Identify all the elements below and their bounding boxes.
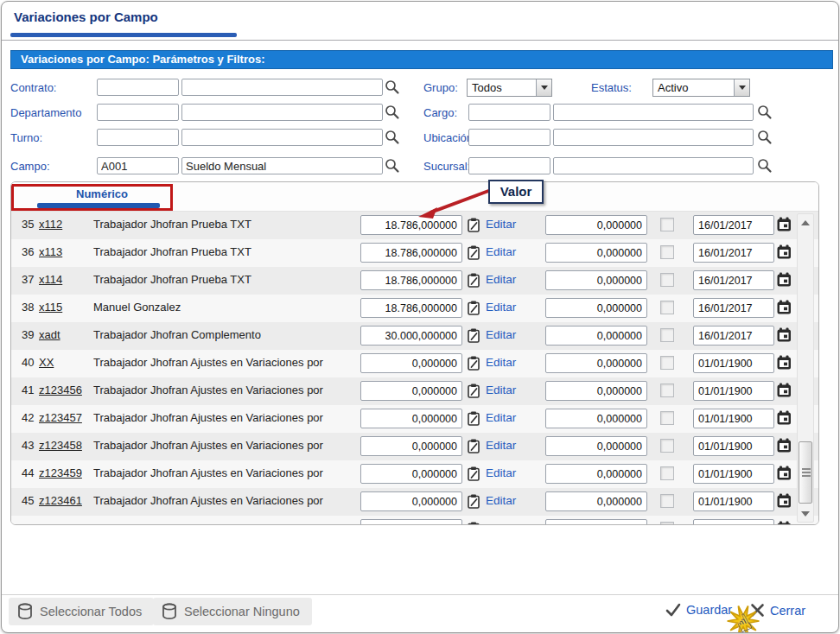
filter-code-input[interactable] xyxy=(468,157,550,174)
search-icon[interactable] xyxy=(757,130,773,145)
calendar-icon[interactable] xyxy=(777,217,792,231)
row-second-value-input[interactable] xyxy=(545,326,647,346)
row-date-input[interactable] xyxy=(693,215,774,235)
chevron-down-icon[interactable] xyxy=(734,79,749,96)
row-code-link[interactable]: XX xyxy=(39,356,54,369)
row-editar-link[interactable]: Editar xyxy=(486,245,516,258)
cerrar-button[interactable]: Cerrar xyxy=(750,603,805,618)
row-second-value-input[interactable] xyxy=(545,381,647,401)
row-date-input[interactable] xyxy=(693,491,774,511)
edit-clipboard-icon[interactable] xyxy=(468,273,481,288)
scrollbar-thumb[interactable] xyxy=(799,441,812,504)
row-editar-link[interactable]: Editar xyxy=(486,384,516,396)
filter-desc-input[interactable] xyxy=(553,104,754,121)
calendar-icon[interactable] xyxy=(777,466,792,480)
calendar-icon[interactable] xyxy=(777,438,792,453)
row-value-input[interactable] xyxy=(360,215,462,235)
row-date-input[interactable] xyxy=(693,409,774,428)
filter-desc-input[interactable] xyxy=(553,157,754,174)
select-none-button[interactable]: Seleccionar Ninguno xyxy=(153,598,312,625)
edit-clipboard-icon[interactable] xyxy=(468,522,481,525)
calendar-icon[interactable] xyxy=(777,300,792,314)
filter-desc-input[interactable] xyxy=(181,157,383,174)
search-icon[interactable] xyxy=(385,130,400,145)
row-editar-link[interactable]: Editar xyxy=(486,328,516,341)
row-editar-link[interactable]: Editar xyxy=(486,494,516,507)
scroll-up-button[interactable] xyxy=(798,215,813,230)
calendar-icon[interactable] xyxy=(777,521,792,525)
calendar-icon[interactable] xyxy=(777,272,792,287)
filter-code-input[interactable] xyxy=(468,129,550,146)
search-icon[interactable] xyxy=(757,158,773,174)
row-checkbox[interactable] xyxy=(660,356,674,370)
row-editar-link[interactable]: Editar xyxy=(486,466,516,479)
calendar-icon[interactable] xyxy=(777,244,792,259)
row-second-value-input[interactable] xyxy=(545,215,647,235)
row-checkbox[interactable] xyxy=(660,384,674,397)
row-value-input[interactable] xyxy=(360,491,462,511)
row-second-value-input[interactable] xyxy=(545,436,647,456)
edit-clipboard-icon[interactable] xyxy=(468,411,481,426)
row-checkbox[interactable] xyxy=(660,411,674,425)
edit-clipboard-icon[interactable] xyxy=(468,301,481,315)
row-checkbox[interactable] xyxy=(660,245,674,259)
row-value-input[interactable] xyxy=(360,243,462,263)
row-second-value-input[interactable] xyxy=(545,464,647,484)
row-date-input[interactable] xyxy=(693,381,774,401)
chevron-down-icon[interactable] xyxy=(536,79,551,96)
row-value-input[interactable] xyxy=(360,353,462,373)
row-code-link[interactable]: x115 xyxy=(39,301,62,314)
select-all-button[interactable]: Seleccionar Todos xyxy=(9,598,154,625)
filter-desc-input[interactable] xyxy=(181,79,383,96)
row-checkbox[interactable] xyxy=(660,466,674,480)
row-second-value-input[interactable] xyxy=(545,298,647,318)
row-value-input[interactable] xyxy=(360,298,462,318)
search-icon[interactable] xyxy=(385,105,400,120)
row-date-input[interactable] xyxy=(693,519,774,525)
row-code-link[interactable]: x112 xyxy=(39,218,62,231)
edit-clipboard-icon[interactable] xyxy=(468,384,481,398)
row-date-input[interactable] xyxy=(693,436,774,456)
search-icon[interactable] xyxy=(385,158,400,174)
row-checkbox[interactable] xyxy=(660,439,674,453)
filter-code-input[interactable] xyxy=(97,79,179,96)
edit-clipboard-icon[interactable] xyxy=(468,466,481,481)
search-icon[interactable] xyxy=(757,105,773,120)
row-date-input[interactable] xyxy=(693,270,774,290)
row-editar-link[interactable]: Editar xyxy=(486,411,516,424)
filter-code-input[interactable] xyxy=(468,104,550,121)
row-editar-link[interactable]: Editar xyxy=(486,273,516,286)
calendar-icon[interactable] xyxy=(777,355,792,370)
row-second-value-input[interactable] xyxy=(545,409,647,428)
row-second-value-input[interactable] xyxy=(545,491,647,511)
row-date-input[interactable] xyxy=(693,353,774,373)
row-editar-link[interactable]: Editar xyxy=(486,301,516,314)
row-value-input[interactable] xyxy=(360,436,462,456)
row-value-input[interactable] xyxy=(360,381,462,401)
filter-desc-input[interactable] xyxy=(181,129,383,146)
row-value-input[interactable] xyxy=(360,409,462,428)
grupo-select[interactable]: Todos xyxy=(467,79,552,97)
filter-code-input[interactable] xyxy=(97,129,179,146)
row-date-input[interactable] xyxy=(693,326,774,346)
row-value-input[interactable] xyxy=(360,326,462,346)
row-second-value-input[interactable] xyxy=(545,353,647,373)
edit-clipboard-icon[interactable] xyxy=(468,356,481,371)
row-editar-link[interactable]: Editar xyxy=(486,218,516,231)
row-editar-link[interactable]: Editar xyxy=(486,356,516,369)
row-checkbox[interactable] xyxy=(660,328,674,342)
calendar-icon[interactable] xyxy=(777,493,792,508)
filter-code-input[interactable] xyxy=(97,104,179,121)
row-checkbox[interactable] xyxy=(660,273,674,287)
edit-clipboard-icon[interactable] xyxy=(468,218,481,232)
row-second-value-input[interactable] xyxy=(545,270,647,290)
row-date-input[interactable] xyxy=(693,464,774,484)
row-checkbox[interactable] xyxy=(660,301,674,314)
filter-desc-input[interactable] xyxy=(553,129,754,146)
tab-variaciones-por-campo[interactable]: Variaciones por Campo xyxy=(14,10,158,24)
row-code-link[interactable]: z123461 xyxy=(39,494,82,507)
row-editar-link[interactable]: Editar xyxy=(486,522,516,525)
filter-desc-input[interactable] xyxy=(181,104,383,121)
row-code-link[interactable]: x113 xyxy=(39,245,62,258)
edit-clipboard-icon[interactable] xyxy=(468,439,481,453)
